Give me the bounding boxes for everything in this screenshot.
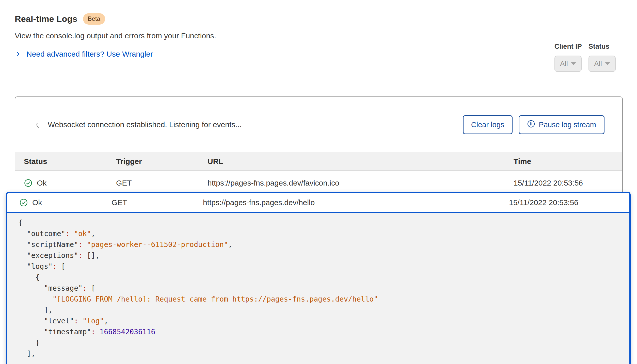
column-header-status: Status <box>24 157 116 166</box>
pause-log-stream-label: Pause log stream <box>539 121 596 129</box>
status-filter-label: Status <box>588 43 610 51</box>
log-json: { "outcome": "ok", "scriptName": "pages-… <box>7 213 629 359</box>
expanded-log-entry: Ok GET https://pages-fns.pages.dev/hello… <box>6 192 631 364</box>
row-time: 15/11/2022 20:53:56 <box>509 198 629 207</box>
status-filter-dropdown[interactable]: All <box>588 56 616 72</box>
websocket-status-message: Websocket connection established. Listen… <box>48 120 242 129</box>
success-check-icon <box>19 198 28 207</box>
column-header-time: Time <box>514 157 622 166</box>
row-trigger: GET <box>112 198 203 207</box>
client-ip-filter-dropdown[interactable]: All <box>554 56 582 72</box>
clear-logs-label: Clear logs <box>471 121 504 129</box>
logs-panel: Websocket connection established. Listen… <box>15 96 623 196</box>
page-header: Real-time Logs Beta View the console.log… <box>15 13 216 58</box>
row-url: https://pages-fns.pages.dev/hello <box>203 198 509 207</box>
table-header: Status Trigger URL Time <box>15 152 622 171</box>
status-filter-group: Status All <box>588 43 616 72</box>
websocket-status: Websocket connection established. Listen… <box>36 120 242 129</box>
row-trigger: GET <box>116 179 208 187</box>
row-time: 15/11/2022 20:53:56 <box>514 179 622 187</box>
clear-logs-button[interactable]: Clear logs <box>463 115 513 134</box>
logs-toolbar: Websocket connection established. Listen… <box>15 97 622 152</box>
success-check-icon <box>24 179 33 187</box>
wrangler-link-label: Need advanced filters? Use Wrangler <box>26 50 153 58</box>
row-status: Ok <box>32 198 42 207</box>
pause-log-stream-button[interactable]: Pause log stream <box>519 115 604 134</box>
client-ip-filter-group: Client IP All <box>554 43 582 72</box>
client-ip-filter-label: Client IP <box>554 43 582 51</box>
page-subtitle: View the console.log output and errors f… <box>15 31 216 40</box>
toolbar-buttons: Clear logs Pause log stream <box>463 115 604 134</box>
status-filter-value: All <box>594 60 602 68</box>
chevron-down-icon <box>571 62 576 65</box>
pause-icon <box>527 120 535 130</box>
wrangler-link[interactable]: Need advanced filters? Use Wrangler <box>15 50 216 58</box>
page-title: Real-time Logs <box>15 14 77 24</box>
spinner-icon <box>36 121 43 128</box>
column-header-url: URL <box>208 157 514 166</box>
chevron-down-icon <box>605 62 610 65</box>
client-ip-filter-value: All <box>560 60 568 68</box>
filters: Client IP All Status All <box>554 43 616 72</box>
column-header-trigger: Trigger <box>116 157 208 166</box>
expanded-table-row[interactable]: Ok GET https://pages-fns.pages.dev/hello… <box>7 193 629 213</box>
row-url: https://pages-fns.pages.dev/favicon.ico <box>208 179 514 187</box>
chevron-right-icon <box>15 51 21 57</box>
row-status: Ok <box>37 179 46 187</box>
beta-badge: Beta <box>83 13 105 25</box>
table-row[interactable]: Ok GET https://pages-fns.pages.dev/favic… <box>15 171 622 195</box>
realtime-logs-page: Real-time Logs Beta View the console.log… <box>0 0 637 364</box>
